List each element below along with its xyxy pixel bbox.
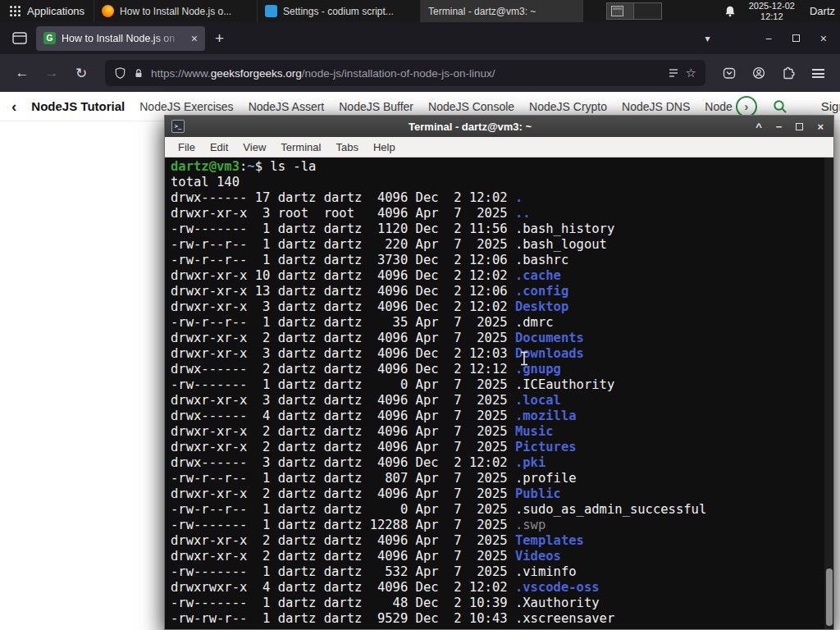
menu-view[interactable]: View — [235, 141, 273, 153]
terminal-output-line: drwx------ 4 dartz dartz 4096 Apr 7 2025… — [171, 409, 822, 424]
terminal-scrollbar[interactable] — [824, 158, 833, 629]
terminal-output-line: drwx------ 17 dartz dartz 4096 Dec 2 12:… — [171, 190, 822, 206]
terminal-output-line: drwxr-xr-x 2 dartz dartz 4096 Apr 7 2025… — [171, 549, 822, 564]
codium-icon — [265, 5, 277, 17]
reload-button[interactable]: ↻ — [69, 61, 94, 85]
terminal-output-line: -rw-r--r-- 1 dartz dartz 807 Apr 7 2025 … — [171, 471, 822, 486]
file-name: Music — [515, 424, 554, 439]
clock[interactable]: 2025-12-02 12:12 — [749, 1, 795, 21]
terminal-title-bar[interactable]: >_ Terminal - dartz@vm3: ~ ^ − × — [165, 116, 833, 137]
pocket-save-icon[interactable] — [717, 61, 742, 85]
terminal-listing: drwx------ 17 dartz dartz 4096 Dec 2 12:… — [171, 190, 822, 627]
file-name: Templates — [515, 533, 584, 548]
file-name: .ICEauthority — [515, 377, 614, 392]
search-icon[interactable] — [772, 98, 788, 115]
terminal-output-line: -rw------- 1 dartz dartz 0 Apr 7 2025 .I… — [171, 377, 822, 393]
file-name: .cache — [515, 268, 561, 283]
extensions-puzzle-icon[interactable] — [776, 61, 801, 85]
applications-label: Applications — [27, 5, 84, 17]
hamburger-bars — [812, 69, 824, 78]
maximize-button[interactable] — [796, 123, 803, 130]
file-name: Pictures — [515, 440, 577, 454]
terminal-output-line: drwx------ 2 dartz dartz 4096 Dec 2 12:1… — [171, 362, 822, 377]
terminal-total-line: total 140 — [171, 175, 822, 190]
close-button[interactable]: × — [820, 32, 827, 45]
file-name: .bash_logout — [515, 237, 607, 252]
menu-terminal[interactable]: Terminal — [273, 141, 328, 153]
account-icon[interactable] — [746, 61, 771, 85]
minimize-button[interactable]: − — [765, 32, 772, 45]
terminal-prompt-line: dartz@vm3:~$ ls -la — [171, 159, 822, 175]
terminal-output-line: drwxr-xr-x 2 dartz dartz 4096 Apr 7 2025… — [171, 486, 822, 502]
terminal-output-line: drwxr-xr-x 2 dartz dartz 4096 Apr 7 2025… — [171, 331, 822, 346]
maximize-button[interactable] — [792, 34, 800, 42]
terminal-output-line: drwxr-xr-x 3 dartz dartz 4096 Apr 7 2025… — [171, 393, 822, 409]
terminal-menu-bar: File Edit View Terminal Tabs Help — [165, 137, 833, 158]
browser-nav-bar: ← → ↻ https://www.geeksforgeeks.org/node… — [0, 54, 840, 92]
menu-help[interactable]: Help — [366, 141, 403, 153]
workspace-2[interactable] — [634, 3, 661, 19]
back-button[interactable]: ← — [10, 61, 34, 85]
terminal-output-line: drwxr-xr-x 3 dartz dartz 4096 Dec 2 12:0… — [171, 299, 822, 315]
workspace-switcher[interactable] — [606, 2, 662, 20]
terminal-output-line: drwxr-xr-x 3 dartz dartz 4096 Dec 2 12:0… — [171, 346, 822, 362]
rollup-button[interactable]: ^ — [756, 121, 762, 133]
sitenav-item[interactable]: NodeJS Assert — [249, 100, 325, 113]
menu-tabs[interactable]: Tabs — [328, 141, 365, 153]
sign-in-button[interactable]: Sign In — [821, 99, 840, 113]
taskbar-item-label: Settings - codium script... — [283, 6, 394, 17]
file-name: Videos — [515, 549, 561, 564]
tab-close-icon[interactable]: × — [191, 32, 198, 45]
sitenav-item-tutorial[interactable]: NodeJS Tutorial — [31, 99, 125, 113]
terminal-output-line: -rw-rw-r-- 1 dartz dartz 9529 Dec 2 10:4… — [171, 611, 822, 627]
url-path: /node-js/installation-of-node-js-on-linu… — [302, 67, 495, 80]
menu-edit[interactable]: Edit — [203, 141, 235, 153]
sitenav-item[interactable]: NodeJS Crypto — [529, 100, 607, 113]
prompt-separator: : — [240, 159, 247, 174]
terminal-output-line: drwxrwxr-x 4 dartz dartz 4096 Dec 2 12:0… — [171, 580, 822, 596]
prompt-dollar: $ — [255, 159, 271, 174]
lock-icon[interactable] — [133, 67, 144, 80]
list-all-tabs-icon[interactable]: ▾ — [705, 33, 710, 44]
firefox-view-icon[interactable] — [8, 27, 31, 50]
sitenav-scroll-right-icon[interactable]: › — [736, 96, 757, 117]
new-tab-button[interactable]: + — [215, 30, 224, 48]
terminal-scrollbar-thumb[interactable] — [826, 568, 833, 626]
sitenav-scroll-left-icon[interactable]: ‹ — [11, 98, 16, 116]
minimize-button[interactable]: − — [776, 121, 783, 133]
terminal-output-line: drwxr-xr-x 13 dartz dartz 4096 Dec 2 12:… — [171, 284, 822, 299]
sitenav-item[interactable]: NodeJS Exercises — [139, 100, 233, 113]
browser-tab-active[interactable]: G How to Install Node.js on × — [36, 26, 205, 51]
tracking-shield-icon[interactable] — [114, 66, 126, 80]
terminal-output: dartz@vm3:~$ ls -la total 140 drwx------… — [165, 158, 833, 629]
sitenav-item[interactable]: Node — [705, 100, 732, 113]
applications-menu-button[interactable]: Applications — [0, 0, 94, 22]
reader-view-icon[interactable] — [668, 67, 679, 79]
prompt-command: ls -la — [270, 159, 316, 174]
sitenav-item[interactable]: NodeJS Console — [428, 100, 514, 113]
menu-hamburger-icon[interactable] — [806, 61, 830, 85]
notifications-bell-icon[interactable] — [724, 5, 737, 18]
taskbar-item-firefox[interactable]: How to Install Node.js o... — [94, 0, 257, 22]
bookmark-star-icon[interactable]: ☆ — [686, 66, 696, 80]
url-bar[interactable]: https://www.geeksforgeeks.org/node-js/in… — [105, 60, 705, 86]
file-name: .config — [515, 284, 568, 299]
close-button[interactable]: × — [817, 121, 824, 133]
terminal-output-line: -rw------- 1 dartz dartz 12288 Apr 7 202… — [171, 518, 822, 533]
browser-window-controls: ▾ − × — [705, 32, 832, 45]
taskbar-item-codium[interactable]: Settings - codium script... — [257, 0, 420, 22]
mini-window — [611, 6, 623, 16]
forward-button[interactable]: → — [39, 61, 64, 85]
applications-grid-icon — [9, 5, 21, 17]
taskbar-item-terminal[interactable]: >_ Terminal - dartz@vm3: ~ — [420, 0, 583, 22]
sitenav-item[interactable]: NodeJS Buffer — [339, 100, 413, 113]
menu-file[interactable]: File — [171, 141, 203, 153]
url-prefix: https://www. — [151, 67, 211, 80]
top-panel: Applications How to Install Node.js o...… — [0, 0, 840, 22]
terminal-window-controls: ^ − × — [756, 121, 827, 133]
user-menu[interactable]: Dartz — [810, 5, 835, 17]
terminal-output-line: drwxr-xr-x 2 dartz dartz 4096 Apr 7 2025… — [171, 424, 822, 440]
taskbar-item-label: Terminal - dartz@vm3: ~ — [428, 6, 536, 17]
sitenav-item[interactable]: NodeJS DNS — [622, 100, 690, 113]
workspace-1[interactable] — [607, 3, 634, 19]
